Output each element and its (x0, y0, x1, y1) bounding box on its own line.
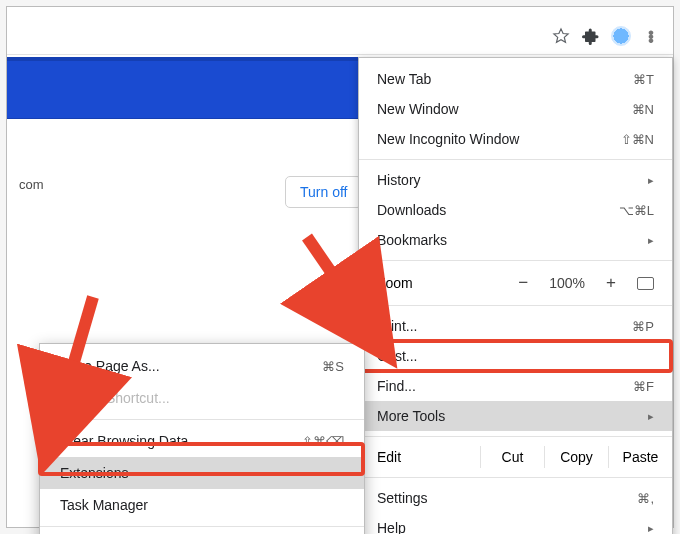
edit-cut-button[interactable]: Cut (480, 446, 544, 468)
menu-item-print[interactable]: Print... ⌘P (359, 311, 672, 341)
menu-shortcut: ⌥⌘L (619, 203, 654, 218)
menu-label: New Window (377, 101, 459, 117)
menu-label: History (377, 172, 421, 188)
menu-label: Create Shortcut... (60, 390, 170, 406)
menu-label: Save Page As... (60, 358, 160, 374)
menu-shortcut: ⌘S (322, 359, 344, 374)
menu-label: Downloads (377, 202, 446, 218)
edit-copy-button[interactable]: Copy (544, 446, 608, 468)
menu-item-edit-row: Edit Cut Copy Paste (359, 442, 672, 472)
more-tools-submenu: Save Page As... ⌘S Create Shortcut... Cl… (39, 343, 365, 534)
menu-shortcut: ⇧⌘⌫ (302, 434, 344, 449)
menu-label: Edit (359, 446, 480, 468)
menu-item-more-tools[interactable]: More Tools ▸ (359, 401, 672, 431)
menu-label: Cast... (377, 348, 417, 364)
menu-separator (359, 477, 672, 478)
more-vert-icon[interactable]: ••• (641, 30, 661, 42)
menu-separator (359, 260, 672, 261)
submenu-item-clear-browsing[interactable]: Clear Browsing Data... ⇧⌘⌫ (40, 425, 364, 457)
zoom-value: 100% (549, 275, 585, 291)
menu-shortcut: ⌘T (633, 72, 654, 87)
menu-label: Clear Browsing Data... (60, 433, 200, 449)
menu-label: Print... (377, 318, 417, 334)
zoom-out-button[interactable]: − (515, 273, 531, 293)
submenu-item-task-manager[interactable]: Task Manager (40, 489, 364, 521)
menu-label: New Tab (377, 71, 431, 87)
menu-item-help[interactable]: Help ▸ (359, 513, 672, 534)
page-header-bar (7, 57, 358, 119)
menu-shortcut: ⌘N (632, 102, 654, 117)
submenu-item-create-shortcut: Create Shortcut... (40, 382, 364, 414)
menu-item-downloads[interactable]: Downloads ⌥⌘L (359, 195, 672, 225)
chevron-right-icon: ▸ (648, 522, 654, 535)
menu-separator (40, 419, 364, 420)
menu-label: More Tools (377, 408, 445, 424)
menu-separator (359, 436, 672, 437)
menu-item-history[interactable]: History ▸ (359, 165, 672, 195)
menu-separator (359, 305, 672, 306)
submenu-item-save-page[interactable]: Save Page As... ⌘S (40, 350, 364, 382)
menu-label: Bookmarks (377, 232, 447, 248)
turn-off-button[interactable]: Turn off (285, 176, 362, 208)
fullscreen-icon[interactable] (637, 277, 654, 290)
page-content-fragment: com (7, 147, 307, 222)
domain-fragment: com (19, 177, 44, 192)
menu-label: New Incognito Window (377, 131, 519, 147)
menu-item-settings[interactable]: Settings ⌘, (359, 483, 672, 513)
bookmark-star-icon[interactable] (551, 26, 571, 46)
menu-label: Settings (377, 490, 428, 506)
chevron-right-icon: ▸ (648, 410, 654, 423)
menu-label: Help (377, 520, 406, 534)
menu-item-find[interactable]: Find... ⌘F (359, 371, 672, 401)
menu-label: Find... (377, 378, 416, 394)
menu-item-bookmarks[interactable]: Bookmarks ▸ (359, 225, 672, 255)
chevron-right-icon: ▸ (648, 174, 654, 187)
profile-avatar[interactable] (611, 26, 631, 46)
menu-item-new-tab[interactable]: New Tab ⌘T (359, 64, 672, 94)
menu-item-zoom: Zoom − 100% + (359, 266, 672, 300)
menu-separator (359, 159, 672, 160)
menu-separator (40, 526, 364, 527)
zoom-in-button[interactable]: + (603, 273, 619, 293)
browser-toolbar: ••• (7, 17, 673, 55)
menu-label: Task Manager (60, 497, 148, 513)
menu-item-cast[interactable]: Cast... (359, 341, 672, 371)
menu-label: Extensions (60, 465, 128, 481)
chevron-right-icon: ▸ (648, 234, 654, 247)
menu-shortcut: ⌘P (632, 319, 654, 334)
menu-label: Zoom (377, 275, 413, 291)
menu-shortcut: ⌘F (633, 379, 654, 394)
chrome-overflow-menu: New Tab ⌘T New Window ⌘N New Incognito W… (358, 57, 673, 534)
submenu-item-extensions[interactable]: Extensions (40, 457, 364, 489)
edit-paste-button[interactable]: Paste (608, 446, 672, 468)
menu-shortcut: ⌘, (637, 491, 654, 506)
extensions-icon[interactable] (581, 26, 601, 46)
menu-item-incognito[interactable]: New Incognito Window ⇧⌘N (359, 124, 672, 154)
menu-item-new-window[interactable]: New Window ⌘N (359, 94, 672, 124)
menu-shortcut: ⇧⌘N (621, 132, 654, 147)
